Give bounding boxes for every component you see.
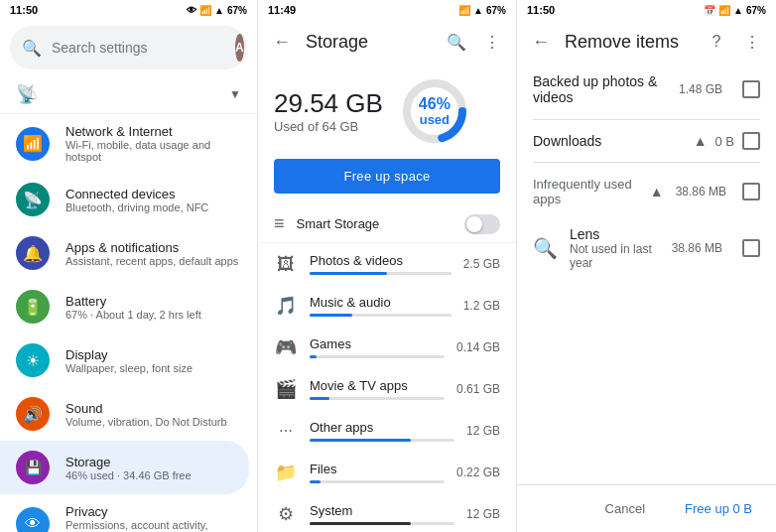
back-button[interactable]: ←	[266, 26, 298, 58]
storage-panel-title: Storage	[306, 32, 433, 53]
downloads-label: Downloads	[533, 133, 694, 149]
display-text: Display Wallpaper, sleep, font size	[65, 347, 193, 374]
more-button[interactable]: ⋮	[476, 26, 508, 58]
games-size: 0.14 GB	[456, 340, 500, 354]
status-bar-2: 11:49 📶 ▲ 67%	[258, 0, 516, 20]
settings-list: 📶 Network & Internet Wi-Fi, mobile, data…	[0, 114, 257, 532]
sidebar-item-network[interactable]: 📶 Network & Internet Wi-Fi, mobile, data…	[0, 114, 257, 173]
movies-icon: 🎬	[274, 378, 298, 400]
battery-3: 67%	[746, 5, 766, 16]
movies-name: Movie & TV apps	[310, 378, 445, 393]
display-icon: ☀	[16, 343, 50, 377]
search-input[interactable]	[52, 40, 225, 56]
battery-text: Battery 67% · About 1 day, 2 hrs left	[65, 294, 201, 321]
downloads-checkbox[interactable]	[742, 132, 760, 150]
files-size: 0.22 GB	[456, 466, 500, 479]
backed-up-checkbox[interactable]	[742, 80, 760, 98]
infrequent-checkbox[interactable]	[742, 183, 760, 200]
search-bar[interactable]: 🔍 A	[10, 26, 247, 69]
sidebar-item-storage[interactable]: 💾 Storage 46% used · 34.46 GB free	[0, 441, 249, 494]
chevron-up-icon: ▲	[650, 184, 664, 200]
free-up-space-button[interactable]: Free up space	[274, 159, 500, 194]
signal-icon: ▲	[214, 5, 224, 16]
help-button[interactable]: ?	[701, 26, 732, 58]
system-icon: ⚙	[274, 503, 298, 525]
infrequent-size: 38.86 MB	[676, 185, 726, 199]
sound-text: Sound Volume, vibration, Do Not Disturb	[65, 401, 227, 428]
backed-up-info: Backed up photos & videos	[533, 73, 667, 105]
category-music[interactable]: 🎵 Music & audio 1.2 GB	[258, 285, 516, 327]
sidebar-item-apps[interactable]: 🔔 Apps & notifications Assistant, recent…	[0, 226, 257, 280]
files-info: Files	[310, 462, 445, 483]
privacy-subtitle: Permissions, account activity, personal …	[65, 519, 241, 532]
more-options-button[interactable]: ⋮	[736, 26, 768, 58]
battery-2: 67%	[486, 5, 506, 16]
wifi-icon-3: 📶	[718, 5, 730, 16]
calendar-icon: 📅	[704, 5, 715, 16]
sound-subtitle: Volume, vibration, Do Not Disturb	[65, 416, 227, 428]
category-games[interactable]: 🎮 Games 0.14 GB	[258, 327, 516, 368]
backed-up-item[interactable]: Backed up photos & videos 1.48 GB	[517, 64, 776, 115]
music-info: Music & audio	[310, 295, 452, 317]
sound-icon: 🔊	[16, 397, 50, 431]
downloads-row[interactable]: Downloads ▲ 0 B	[517, 124, 776, 158]
connected-devices-icon: 📡	[16, 183, 50, 216]
movies-size: 0.61 GB	[456, 382, 500, 396]
storage-icon: 💾	[16, 451, 50, 484]
music-icon: 🎵	[274, 295, 298, 317]
category-photos[interactable]: 🖼 Photos & videos 2.5 GB	[258, 243, 516, 285]
category-system[interactable]: ⚙ System 12 GB	[258, 493, 516, 532]
search-button[interactable]: 🔍	[441, 26, 472, 58]
system-info: System	[310, 503, 454, 525]
sidebar-item-privacy[interactable]: 👁 Privacy Permissions, account activity,…	[0, 494, 257, 532]
status-bar-3: 11:50 📅 📶 ▲ 67%	[517, 0, 776, 20]
donut-label: 46% used	[419, 95, 451, 127]
remove-back-button[interactable]: ←	[525, 26, 557, 58]
network-text: Network & Internet Wi-Fi, mobile, data u…	[65, 124, 241, 163]
avatar[interactable]: A	[235, 34, 244, 62]
sidebar-item-display[interactable]: ☀ Display Wallpaper, sleep, font size	[0, 333, 257, 387]
battery-subtitle: 67% · About 1 day, 2 hrs left	[65, 309, 201, 321]
apps-text: Apps & notifications Assistant, recent a…	[65, 240, 238, 267]
sidebar-item-battery[interactable]: 🔋 Battery 67% · About 1 day, 2 hrs left	[0, 280, 257, 333]
infrequent-section[interactable]: Infrequently used apps ▲ 38.86 MB	[517, 167, 776, 216]
dropdown-row[interactable]: 📡 ▼	[0, 75, 257, 114]
lens-checkbox[interactable]	[742, 239, 760, 257]
other-apps-icon: ⋯	[274, 423, 298, 439]
storage-title: Storage	[65, 455, 192, 469]
remove-panel: 11:50 📅 📶 ▲ 67% ← Remove items ? ⋮ Backe…	[517, 0, 776, 532]
donut-used: used	[419, 113, 451, 127]
category-files[interactable]: 📁 Files 0.22 GB	[258, 452, 516, 493]
display-subtitle: Wallpaper, sleep, font size	[65, 362, 193, 374]
smart-storage-label: Smart Storage	[297, 216, 453, 231]
sidebar-item-connected[interactable]: 📡 Connected devices Bluetooth, driving m…	[0, 173, 257, 226]
used-of: Used of 64 GB	[274, 119, 383, 134]
photos-icon: 🖼	[274, 254, 298, 275]
system-name: System	[310, 503, 454, 518]
free-up-button[interactable]: Free up 0 B	[677, 497, 760, 520]
apps-icon: 🔔	[16, 236, 50, 270]
movies-info: Movie & TV apps	[310, 378, 445, 400]
games-info: Games	[310, 336, 445, 358]
signal-icon-3: ▲	[733, 5, 743, 16]
sidebar-item-sound[interactable]: 🔊 Sound Volume, vibration, Do Not Distur…	[0, 387, 257, 441]
downloads-size: 0 B	[714, 134, 734, 149]
games-icon: 🎮	[274, 336, 298, 358]
storage-categories: 🖼 Photos & videos 2.5 GB 🎵 Music & audio…	[258, 243, 516, 532]
lens-size: 38.86 MB	[672, 241, 722, 255]
files-icon: 📁	[274, 462, 298, 483]
storage-header: ← Storage 🔍 ⋮	[258, 20, 516, 64]
remove-list: Backed up photos & videos 1.48 GB Downlo…	[517, 64, 776, 484]
smart-storage-toggle[interactable]	[464, 214, 500, 234]
cancel-button[interactable]: Cancel	[597, 497, 653, 520]
connected-subtitle: Bluetooth, driving mode, NFC	[65, 201, 208, 213]
storage-text: Storage 46% used · 34.46 GB free	[65, 455, 192, 481]
storage-panel: 11:49 📶 ▲ 67% ← Storage 🔍 ⋮ 29.54 GB Use…	[258, 0, 517, 532]
category-movies[interactable]: 🎬 Movie & TV apps 0.61 GB	[258, 368, 516, 410]
status-icons-1: 👁 📶 ▲ 67%	[187, 5, 247, 16]
remove-header-icons: ? ⋮	[701, 26, 768, 58]
category-other[interactable]: ⋯ Other apps 12 GB	[258, 410, 516, 452]
connected-title: Connected devices	[65, 187, 208, 201]
lens-item[interactable]: 🔍 Lens Not used in last year 38.86 MB	[517, 216, 776, 280]
other-size: 12 GB	[466, 424, 500, 438]
